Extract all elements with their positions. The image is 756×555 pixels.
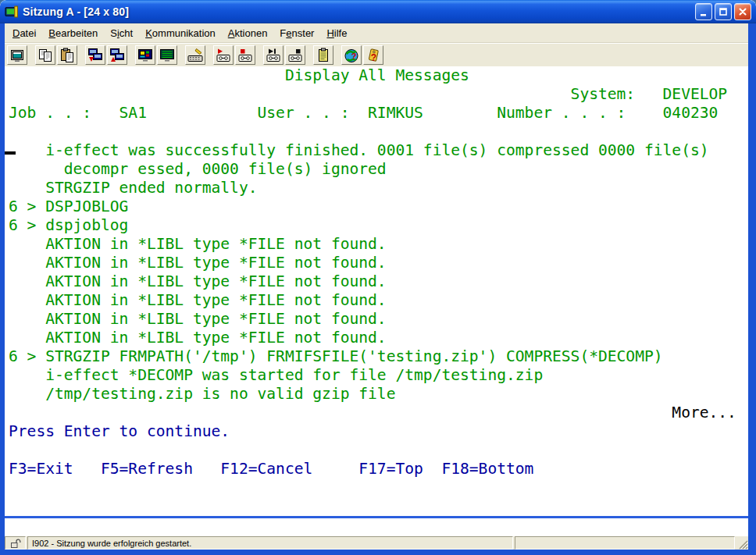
- terminal-row: AKTION in *LIBL type *FILE not found.: [5, 329, 748, 347]
- macro-stop-icon: [237, 48, 253, 63]
- send-file-icon: [87, 48, 103, 63]
- toolbar-button-web-browser[interactable]: ?: [341, 45, 362, 65]
- macro-quit-icon: [287, 48, 303, 63]
- minimize-icon: [701, 14, 706, 16]
- unlocked-padlock-icon: [10, 538, 21, 549]
- toolbar-button-macro-record[interactable]: [213, 45, 234, 65]
- terminal-row: System: DEVELOP: [5, 85, 748, 104]
- terminal-row: AKTION in *LIBL type *FILE not found.: [5, 272, 748, 291]
- copy-screen-icon: [9, 48, 25, 63]
- macro-record-icon: [216, 48, 231, 63]
- terminal-row: More...: [5, 404, 748, 422]
- application-window: Sitzung A - [24 x 80] DateiBearbeitenSic…: [0, 0, 756, 555]
- web-browser-icon: ?: [344, 48, 359, 63]
- resize-grip[interactable]: [735, 536, 748, 550]
- help-icon: ?: [366, 48, 381, 63]
- terminal-row: [5, 123, 748, 141]
- connection-status-panel: [5, 536, 26, 550]
- title-bar: Sitzung A - [24 x 80]: [0, 0, 756, 23]
- menu-item-sicht[interactable]: Sicht: [104, 25, 139, 41]
- menu-item-hilfe[interactable]: Hilfe: [320, 25, 353, 41]
- terminal-row: i-effect was successfully finished. 0001…: [5, 141, 748, 160]
- toolbar-button-macro-stop[interactable]: [235, 45, 255, 65]
- terminal-row: decompr essed, 0000 file(s) ignored: [5, 160, 748, 179]
- toolbar-button-keyboard-setup[interactable]: [185, 45, 205, 65]
- status-bar: I902 - Sitzung wurde erfolgreich gestart…: [5, 536, 748, 550]
- terminal-row: i-effect *DECOMP was started for file /t…: [5, 366, 748, 385]
- minimize-button[interactable]: [695, 3, 712, 20]
- toolbar-button-receive-file[interactable]: [107, 45, 127, 65]
- svg-text:?: ?: [351, 52, 357, 61]
- toolbar-button-copy[interactable]: [35, 45, 55, 65]
- terminal-row: AKTION in *LIBL type *FILE not found.: [5, 235, 748, 254]
- maximize-button[interactable]: [715, 3, 732, 20]
- toolbar-button-copy-screen[interactable]: [7, 45, 27, 65]
- color-mapping-icon: [137, 48, 153, 63]
- toolbar: ??: [5, 43, 748, 66]
- client-gap: [5, 518, 748, 536]
- terminal-row: [5, 479, 748, 497]
- terminal-row: Job . . : SA1 User . . : RIMKUS Number .…: [5, 104, 748, 123]
- terminal-row: AKTION in *LIBL type *FILE not found.: [5, 310, 748, 329]
- terminal-row: STRGZIP ended normally.: [5, 179, 748, 197]
- terminal-row: F3=Exit F5=Refresh F12=Cancel F17=Top F1…: [5, 460, 748, 479]
- text-cursor: [5, 151, 16, 155]
- toolbar-button-display-setup[interactable]: [157, 45, 177, 65]
- menu-item-datei[interactable]: Datei: [6, 25, 42, 41]
- window-title: Sitzung A - [24 x 80]: [23, 5, 695, 18]
- menu-bar: DateiBearbeitenSichtKommunikationAktione…: [5, 23, 748, 43]
- status-message: I902 - Sitzung wurde erfolgreich gestart…: [32, 539, 191, 548]
- keyboard-setup-icon: [187, 48, 203, 63]
- terminal-row: 6 > STRGZIP FRMPATH('/tmp') FRMIFSFILE('…: [5, 347, 748, 366]
- copy-icon: [37, 48, 53, 63]
- macro-play-icon: [266, 48, 281, 63]
- toolbar-button-scratch-pad[interactable]: [313, 45, 333, 65]
- window-controls: [695, 3, 751, 20]
- svg-text:?: ?: [371, 52, 376, 62]
- terminal-row: 6 > DSPJOBLOG: [5, 197, 748, 216]
- terminal-row: /tmp/testing.zip is no valid gzip file: [5, 385, 748, 404]
- toolbar-button-send-file[interactable]: [85, 45, 105, 65]
- menu-item-aktionen[interactable]: Aktionen: [222, 25, 274, 41]
- terminal-row: 6 > dspjoblog: [5, 216, 748, 235]
- status-message-panel: I902 - Sitzung wurde erfolgreich gestart…: [27, 536, 513, 550]
- terminal-row: AKTION in *LIBL type *FILE not found.: [5, 291, 748, 310]
- menu-item-fenster[interactable]: Fenster: [273, 25, 320, 41]
- close-icon: [740, 9, 746, 15]
- toolbar-button-macro-play[interactable]: [263, 45, 284, 65]
- terminal-row: [5, 441, 748, 460]
- terminal-row: Press Enter to continue.: [5, 422, 748, 441]
- receive-file-icon: [109, 48, 125, 63]
- toolbar-button-color-mapping[interactable]: [135, 45, 155, 65]
- terminal-row: Display All Messages: [5, 66, 748, 85]
- display-setup-icon: [159, 48, 175, 63]
- menu-item-bearbeiten[interactable]: Bearbeiten: [42, 25, 104, 41]
- terminal-row: [5, 497, 748, 516]
- status-extra-panel: [515, 536, 735, 550]
- paste-icon: [59, 48, 75, 63]
- close-button[interactable]: [734, 3, 751, 20]
- toolbar-button-paste[interactable]: [57, 45, 77, 65]
- menu-item-kommunikation[interactable]: Kommunikation: [139, 25, 222, 41]
- terminal-screen[interactable]: Display All Messages System: DEVELOPJob …: [5, 66, 748, 516]
- scratch-pad-icon: [316, 48, 331, 63]
- app-icon[interactable]: [5, 5, 19, 19]
- terminal-row: AKTION in *LIBL type *FILE not found.: [5, 254, 748, 272]
- window-frame: DateiBearbeitenSichtKommunikationAktione…: [0, 23, 756, 555]
- toolbar-button-macro-quit[interactable]: [285, 45, 305, 65]
- toolbar-button-help[interactable]: ?: [363, 45, 383, 65]
